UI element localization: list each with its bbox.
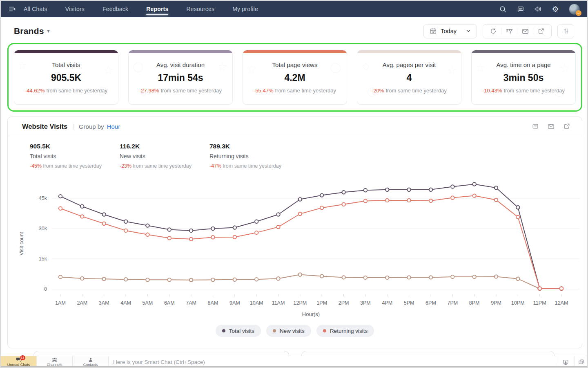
group-by-hour-link[interactable]: Hour [107,123,120,130]
card-avg-time-on-page: ☆ ☆ ♡ ◯ Avg. time on a page 3min 50s -10… [471,50,576,105]
visits-line-chart: 015k30k45k1AM2AM3AM4AM5AM6AM7AM8AM9AM10A… [8,173,582,320]
svg-text:Visit count: Visit count [19,232,24,256]
legend-total-visits[interactable]: Total visits [216,325,261,337]
header-controls: Today [423,24,574,38]
card-value: 4.2M [243,72,347,83]
window-bottom-edge [1,366,587,367]
svg-text:10AM: 10AM [250,300,263,306]
card-total-page-views: ☆ ◯ ♡ ◇ Total page views 4.2M -55.47%fro… [243,50,347,105]
svg-text:0: 0 [44,286,47,292]
search-icon[interactable] [499,5,507,13]
calendar-icon [430,27,437,35]
svg-text:8AM: 8AM [208,300,218,306]
legend-dot [323,329,326,332]
stat-label: Returning visits [209,153,299,159]
svg-text:7AM: 7AM [186,300,196,306]
nav-menu: All Chats Visitors Feedback Reports Reso… [24,1,276,17]
profile-avatar[interactable]: ← [569,4,580,15]
export-icon[interactable] [563,123,570,130]
navbar-actions: ⚙ ← [499,4,587,15]
svg-text:3PM: 3PM [360,300,371,306]
card-avg-visit-duration: ◯ ☆ ◇ ♡ Avg. visit duration 17min 54s -2… [128,50,233,105]
speaker-icon[interactable] [534,5,542,13]
card-delta: -27.98%from same time yesterday [129,87,232,94]
svg-text:1AM: 1AM [55,300,66,306]
nav-item-all-chats[interactable]: All Chats [24,1,47,17]
nav-item-reports[interactable]: Reports [146,1,168,17]
chevron-down-icon: ▾ [47,28,50,34]
svg-text:8PM: 8PM [469,300,480,306]
stat-new-visits: 116.2K New visits -23%from same time yes… [120,143,209,169]
table-view-icon[interactable] [532,123,539,130]
summary-cards-highlight-region: ☆ ☆ ♡ ◯ Total visits 905.5K -44.62%from … [7,43,582,112]
svg-text:3AM: 3AM [99,300,109,306]
card-delta: -55.47%from same time yesterday [243,87,347,94]
page-header: Brands ▾ Today [14,22,574,40]
nav-item-resources[interactable]: Resources [186,1,214,17]
stat-value: 789.3K [209,143,299,150]
date-range-picker[interactable]: Today [423,24,477,38]
chart-legend: Total visits New visits Returning visits [8,325,582,337]
settings-gear-icon[interactable]: ⚙ [551,5,559,13]
card-delta: -44.62%from same time yesterday [14,87,118,94]
svg-text:12AM: 12AM [555,300,568,306]
sliders-icon [562,27,570,35]
nav-item-feedback[interactable]: Feedback [102,1,128,17]
stat-value: 905.5K [30,143,120,150]
stat-delta: -47%from same time yesterday [209,163,299,169]
svg-text:7PM: 7PM [447,300,458,306]
svg-text:9PM: 9PM [491,300,501,306]
svg-text:6AM: 6AM [164,300,175,306]
legend-dot [273,329,276,332]
stat-value: 116.2K [120,143,209,150]
mail-icon[interactable] [547,123,555,130]
chat-bubbles-icon: 13 [16,357,22,362]
filter-icon[interactable] [501,27,517,35]
stat-delta: -23%from same time yesterday [120,163,209,169]
legend-label: Returning visits [330,328,368,334]
svg-text:45k: 45k [39,195,47,201]
svg-text:4AM: 4AM [120,300,131,306]
card-value: 4 [357,72,461,83]
nav-item-visitors[interactable]: Visitors [65,1,85,17]
refresh-icon[interactable] [486,27,501,35]
svg-text:2AM: 2AM [77,300,87,306]
brand-selector[interactable]: Brands [14,26,44,36]
legend-dot [222,329,225,332]
svg-text:10PM: 10PM [511,300,525,306]
group-by-label: Group by [79,123,104,130]
card-accent-bar [129,50,232,53]
legend-new-visits[interactable]: New visits [266,325,311,337]
nav-item-my-profile[interactable]: My profile [232,1,258,17]
card-accent-bar [472,50,575,53]
export-icon[interactable] [533,27,549,35]
card-total-visits: ☆ ☆ ♡ ◯ Total visits 905.5K -44.62%from … [14,50,118,105]
top-navbar: All Chats Visitors Feedback Reports Reso… [1,1,587,17]
chevron-down-icon [466,29,471,34]
svg-text:Hour(s): Hour(s) [302,311,320,317]
svg-text:1PM: 1PM [316,300,327,306]
stat-label: New visits [120,153,209,159]
panel-title: Website Visits [22,123,67,130]
svg-text:2PM: 2PM [339,300,349,306]
divider: | [72,123,74,130]
card-title: Total page views [243,61,347,68]
svg-text:4PM: 4PM [382,300,392,306]
card-title: Total visits [14,61,118,68]
customize-columns-button[interactable] [557,24,574,38]
chat-icon[interactable] [516,5,524,13]
unread-count-badge: 13 [20,355,25,360]
card-title: Avg. time on a page [472,61,575,68]
mail-icon[interactable] [517,27,533,35]
sidebar-toggle-icon[interactable] [1,5,24,13]
svg-text:15k: 15k [39,256,47,262]
card-avg-pages-per-visit: ◇ ☆ ◯ ♡ Avg. pages per visit 4 -20%from … [357,50,461,105]
svg-text:9AM: 9AM [229,300,240,306]
card-delta: -10.43%from same time yesterday [472,87,575,94]
card-delta: -20%from same time yesterday [357,87,461,94]
stat-returning-visits: 789.3K Returning visits -47%from same ti… [209,143,299,169]
report-actions-group [483,24,552,38]
app-window: All Chats Visitors Feedback Reports Reso… [0,0,588,368]
legend-returning-visits[interactable]: Returning visits [316,325,374,337]
website-visits-panel: Website Visits | Group by Hour [7,117,582,348]
